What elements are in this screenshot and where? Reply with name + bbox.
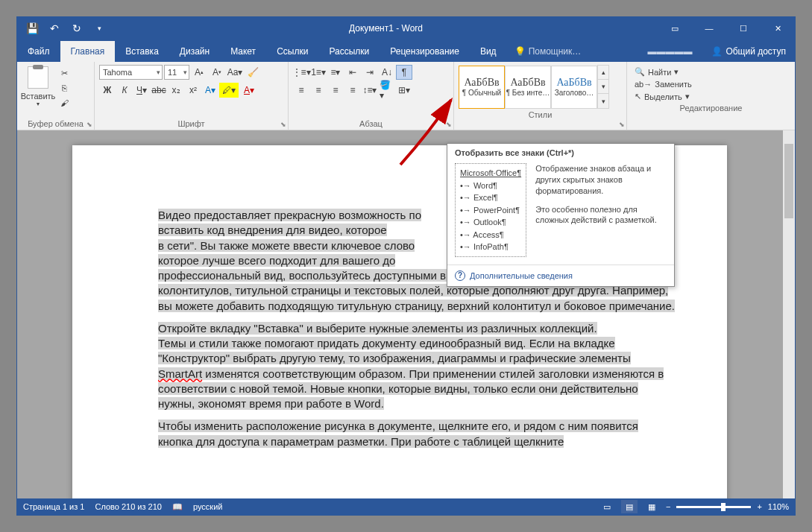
- styles-scroll[interactable]: ▴▾▾: [597, 65, 609, 109]
- minimize-button[interactable]: —: [692, 17, 726, 39]
- tab-layout[interactable]: Макет: [220, 41, 266, 62]
- clipboard-launcher[interactable]: ⬊: [86, 121, 92, 128]
- status-language[interactable]: русский: [193, 502, 222, 511]
- style-heading1[interactable]: АаБбВв Заголово…: [551, 66, 597, 109]
- font-name-combo[interactable]: Tahoma: [99, 65, 163, 80]
- status-page[interactable]: Страница 1 из 1: [23, 502, 84, 511]
- borders-button[interactable]: ⊞▾: [396, 83, 412, 98]
- tab-home[interactable]: Главная: [60, 41, 116, 62]
- tab-view[interactable]: Вид: [470, 41, 507, 62]
- tooltip-preview: Microsoft·Office¶ •→ Word¶ •→ Excel¶ •→ …: [455, 163, 526, 257]
- paragraph-launcher[interactable]: ⬊: [446, 121, 452, 128]
- ribbon: Вставить ▾ ✂ ⎘ 🖌 Буфер обмена ⬊ Tahoma 1…: [17, 62, 795, 130]
- zoom-slider[interactable]: [676, 506, 751, 508]
- status-proofing-icon[interactable]: 📖: [172, 502, 183, 512]
- view-web-icon[interactable]: ▦: [643, 500, 660, 513]
- line-spacing-button[interactable]: ↕≡▾: [362, 83, 378, 98]
- zoom-in-button[interactable]: +: [757, 502, 761, 511]
- italic-button[interactable]: К: [116, 83, 133, 98]
- qat-more-icon[interactable]: ▾: [92, 21, 107, 36]
- window-controls: ▭ — ☐ ✕: [658, 17, 795, 39]
- multilevel-button[interactable]: ≡▾: [327, 65, 344, 80]
- group-font: Tahoma 11 A▴ A▾ Aa▾ 🧹 Ж К Ч▾ abc x₂ x² A…: [95, 62, 289, 130]
- tab-review[interactable]: Рецензирование: [380, 41, 470, 62]
- vertical-scrollbar[interactable]: [783, 130, 795, 498]
- clear-format-button[interactable]: 🧹: [245, 65, 261, 80]
- superscript-button[interactable]: x²: [185, 83, 201, 98]
- increase-indent-button[interactable]: ⇥: [362, 65, 378, 80]
- tab-insert[interactable]: Вставка: [115, 41, 169, 62]
- sort-button[interactable]: A↓: [379, 65, 395, 80]
- underline-button[interactable]: Ч▾: [133, 83, 150, 98]
- window-title: Документ1 - Word: [114, 23, 658, 34]
- document-area: Видео предоставляет прекрасную возможнос…: [17, 130, 795, 498]
- tooltip-title: Отобразить все знаки (Ctrl+*): [447, 144, 674, 160]
- maximize-button[interactable]: ☐: [726, 17, 761, 39]
- decrease-indent-button[interactable]: ⇤: [344, 65, 361, 80]
- highlight-button[interactable]: 🖊▾: [219, 83, 239, 98]
- select-button[interactable]: ↖ Выделить ▾: [632, 91, 790, 102]
- justify-button[interactable]: ≡: [344, 83, 361, 98]
- font-size-combo[interactable]: 11: [164, 65, 189, 80]
- find-button[interactable]: 🔍 Найти ▾: [632, 66, 790, 77]
- tooltip-show-marks: Отобразить все знаки (Ctrl+*) Microsoft·…: [447, 143, 675, 287]
- paste-icon: [28, 66, 48, 89]
- cut-icon[interactable]: ✂: [57, 66, 71, 80]
- group-clipboard: Вставить ▾ ✂ ⎘ 🖌 Буфер обмена ⬊: [17, 62, 95, 130]
- tab-mailings[interactable]: Рассылки: [318, 41, 380, 62]
- close-button[interactable]: ✕: [761, 17, 795, 39]
- change-case-button[interactable]: Aa▾: [227, 65, 243, 80]
- zoom-out-button[interactable]: −: [666, 502, 670, 511]
- share-button[interactable]: 👤 Общий доступ: [702, 41, 795, 62]
- show-marks-button[interactable]: ¶: [396, 65, 412, 80]
- style-no-spacing[interactable]: АаБбВв ¶ Без инте…: [505, 66, 551, 109]
- quick-access-toolbar: 💾 ↶ ↻ ▾: [17, 21, 114, 36]
- bold-button[interactable]: Ж: [99, 83, 116, 98]
- grow-font-button[interactable]: A▴: [191, 65, 207, 80]
- status-words[interactable]: Слово 210 из 210: [95, 502, 162, 511]
- style-normal[interactable]: АаБбВв ¶ Обычный: [459, 66, 505, 109]
- ribbon-tabs: Файл Главная Вставка Дизайн Макет Ссылки…: [17, 39, 795, 62]
- view-print-icon[interactable]: ▤: [621, 500, 638, 513]
- status-bar: Страница 1 из 1 Слово 210 из 210 📖 русск…: [17, 498, 795, 515]
- styles-launcher[interactable]: ⬊: [619, 121, 625, 128]
- zoom-level[interactable]: 110%: [768, 502, 789, 511]
- title-bar: 💾 ↶ ↻ ▾ Документ1 - Word ▭ — ☐ ✕: [17, 17, 795, 39]
- save-icon[interactable]: 💾: [25, 21, 40, 36]
- undo-icon[interactable]: ↶: [47, 21, 62, 36]
- align-center-button[interactable]: ≡: [310, 83, 327, 98]
- bullets-button[interactable]: ⋮≡▾: [293, 65, 309, 80]
- replace-button[interactable]: ab→ Заменить: [632, 79, 790, 89]
- tell-me-input[interactable]: 💡 Помощник…: [507, 41, 638, 62]
- strike-button[interactable]: abc: [151, 83, 167, 98]
- shading-button[interactable]: 🪣▾: [379, 83, 395, 98]
- group-styles: АаБбВв ¶ Обычный АаБбВв ¶ Без инте… АаБб…: [454, 62, 627, 130]
- tab-references[interactable]: Ссылки: [266, 41, 318, 62]
- format-painter-icon[interactable]: 🖌: [57, 96, 71, 110]
- shrink-font-button[interactable]: A▾: [209, 65, 225, 80]
- text-effects-button[interactable]: A▾: [202, 83, 218, 98]
- help-icon: ?: [455, 270, 465, 281]
- font-launcher[interactable]: ⬊: [280, 121, 286, 128]
- align-right-button[interactable]: ≡: [327, 83, 344, 98]
- align-left-button[interactable]: ≡: [293, 83, 309, 98]
- redo-icon[interactable]: ↻: [69, 21, 84, 36]
- group-paragraph: ⋮≡▾ 1≡▾ ≡▾ ⇤ ⇥ A↓ ¶ ≡ ≡ ≡ ≡ ↕≡▾ 🪣▾ ⊞▾: [289, 62, 454, 130]
- copy-icon[interactable]: ⎘: [57, 81, 71, 95]
- font-color-button[interactable]: A▾: [239, 83, 259, 98]
- tab-file[interactable]: Файл: [17, 41, 60, 62]
- subscript-button[interactable]: x₂: [168, 83, 184, 98]
- tab-design[interactable]: Дизайн: [169, 41, 220, 62]
- group-editing: 🔍 Найти ▾ ab→ Заменить ↖ Выделить ▾ Реда…: [627, 62, 795, 130]
- ribbon-display-icon[interactable]: ▭: [658, 17, 692, 39]
- paste-button[interactable]: Вставить ▾: [22, 65, 54, 107]
- user-account[interactable]: ▬▬▬▬▬: [637, 41, 702, 62]
- tooltip-more-link[interactable]: ? Дополнительные сведения: [447, 265, 674, 286]
- tooltip-description: Отображение знаков абзаца и других скрыт…: [535, 163, 667, 257]
- numbering-button[interactable]: 1≡▾: [310, 65, 327, 80]
- view-read-icon[interactable]: ▭: [599, 500, 615, 513]
- app-window: 💾 ↶ ↻ ▾ Документ1 - Word ▭ — ☐ ✕ Файл Гл…: [16, 16, 796, 516]
